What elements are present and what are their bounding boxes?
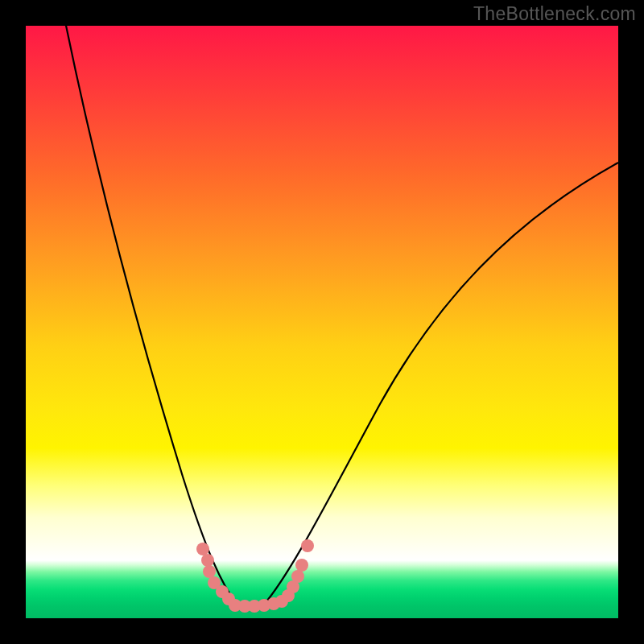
watermark-text: TheBottleneck.com	[473, 3, 636, 25]
right-curve	[263, 163, 618, 605]
svg-point-2	[203, 565, 216, 578]
plot-area	[26, 26, 618, 618]
marker-group	[196, 539, 314, 613]
svg-point-0	[196, 543, 209, 555]
chart-frame: TheBottleneck.com	[0, 0, 644, 644]
svg-point-14	[291, 570, 304, 583]
svg-point-1	[201, 554, 214, 567]
left-curve	[64, 26, 237, 604]
svg-point-16	[301, 539, 314, 552]
svg-point-15	[295, 559, 308, 572]
curve-layer	[26, 26, 618, 618]
